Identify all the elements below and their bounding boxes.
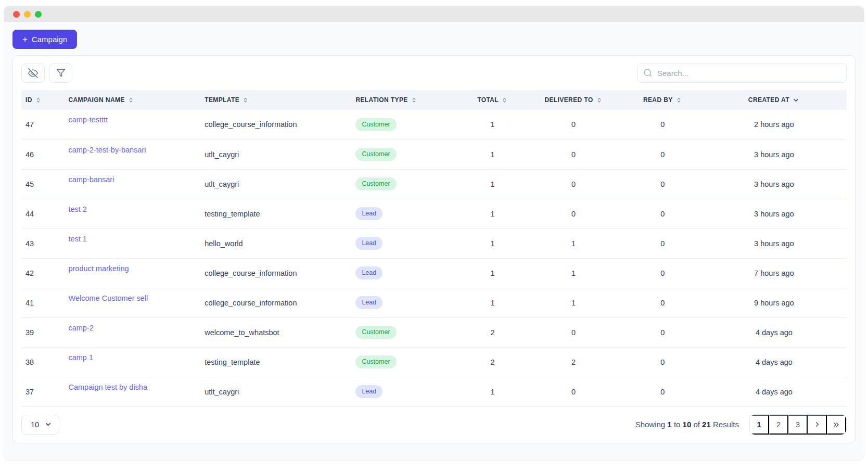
relation-type-badge: Customer [355, 355, 396, 368]
campaign-name-link[interactable]: camp 1 [68, 353, 93, 362]
table-row: 38camp 1testing_templateCustomer2204 day… [21, 347, 847, 377]
cell-read: 0 [624, 377, 701, 406]
campaigns-table: IDCAMPAIGN NAMETEMPLATERELATION TYPETOTA… [21, 90, 847, 407]
page-size-select[interactable]: 10 [21, 415, 59, 435]
next-page-button[interactable] [808, 415, 827, 435]
column-label: RELATION TYPE [355, 96, 407, 104]
cell-created: 3 hours ago [701, 199, 847, 228]
table-row: 37Campaign test by dishautlt_caygriLead1… [21, 377, 847, 406]
campaign-name-link[interactable]: product marketing [68, 264, 129, 273]
sort-toggle-icon [675, 97, 682, 104]
last-page-button[interactable] [827, 415, 846, 435]
cell-read: 0 [624, 169, 701, 199]
campaign-name-link[interactable]: camp-2 [68, 324, 93, 332]
cell-delivered: 0 [523, 317, 623, 347]
showing-from: 1 [667, 420, 671, 429]
relation-type-badge: Lead [355, 266, 382, 279]
column-header-template[interactable]: TEMPLATE [200, 90, 351, 110]
cell-campaign-name: Welcome Customer sell [64, 288, 200, 317]
traffic-light-close[interactable] [13, 11, 20, 18]
traffic-light-minimize[interactable] [24, 11, 31, 18]
showing-total: 21 [702, 420, 711, 429]
cell-total: 1 [462, 288, 523, 317]
results-summary: Showing 1 to 10 of 21 Results [635, 420, 739, 429]
cell-read: 0 [624, 199, 701, 228]
cell-relation-type: Lead [351, 258, 462, 288]
cell-relation-type: Lead [351, 199, 462, 228]
cell-total: 2 [462, 317, 523, 347]
column-header-name[interactable]: CAMPAIGN NAME [64, 90, 200, 110]
cell-id: 45 [21, 169, 64, 199]
app-window: + Campaign [4, 6, 864, 460]
column-header-id[interactable]: ID [21, 90, 64, 110]
add-campaign-button[interactable]: + Campaign [12, 30, 77, 49]
campaign-name-link[interactable]: Welcome Customer sell [68, 294, 148, 302]
cell-campaign-name: camp-2-test-by-bansari [64, 139, 200, 169]
toggle-columns-button[interactable] [21, 63, 45, 83]
table-header-row: IDCAMPAIGN NAMETEMPLATERELATION TYPETOTA… [21, 90, 847, 110]
cell-campaign-name: Campaign test by disha [64, 377, 200, 406]
cell-campaign-name: camp-bansari [64, 169, 200, 199]
cell-id: 42 [21, 258, 64, 288]
traffic-light-zoom[interactable] [35, 11, 42, 18]
column-header-relation[interactable]: RELATION TYPE [351, 90, 462, 110]
cell-template: utlt_caygri [200, 169, 351, 199]
campaign-name-link[interactable]: test 1 [68, 235, 86, 243]
cell-relation-type: Lead [351, 288, 462, 317]
filter-button[interactable] [49, 63, 72, 83]
relation-type-badge: Customer [355, 177, 396, 190]
column-header-created[interactable]: CREATED AT [701, 90, 847, 110]
table-row: 39camp-2welcome_to_whatsbotCustomer2004 … [21, 317, 847, 347]
cell-template: testing_template [200, 199, 351, 228]
column-header-delivered[interactable]: DELIVERED TO [523, 90, 623, 110]
relation-type-badge: Customer [355, 326, 396, 339]
table-toolbar [13, 56, 855, 90]
cell-template: utlt_caygri [200, 139, 351, 169]
column-label: TOTAL [477, 96, 499, 104]
cell-created: 3 hours ago [701, 228, 847, 258]
cell-total: 1 [462, 377, 523, 406]
page-button-3[interactable]: 3 [788, 415, 808, 435]
column-label: DELIVERED TO [544, 96, 593, 104]
page-button-1[interactable]: 1 [750, 415, 769, 435]
cell-id: 38 [21, 347, 64, 377]
cell-id: 44 [21, 199, 64, 228]
campaign-name-link[interactable]: test 2 [68, 205, 86, 213]
cell-total: 1 [462, 228, 523, 258]
cell-relation-type: Customer [351, 347, 462, 377]
relation-type-badge: Lead [355, 385, 382, 398]
cell-created: 7 hours ago [701, 258, 847, 288]
table-row: 45camp-bansariutlt_caygriCustomer1003 ho… [21, 169, 847, 199]
page-button-2[interactable]: 2 [769, 415, 788, 435]
cell-campaign-name: product marketing [64, 258, 200, 288]
search-input[interactable] [637, 63, 847, 83]
table-row: 43test 1hello_worldLead1103 hours ago [21, 228, 847, 258]
cell-created: 9 hours ago [701, 288, 847, 317]
cell-read: 0 [624, 228, 701, 258]
add-campaign-label: Campaign [32, 35, 67, 44]
campaign-name-link[interactable]: camp-2-test-by-bansari [68, 146, 146, 154]
column-label: CREATED AT [748, 96, 789, 104]
chevrons-right-icon [832, 420, 840, 429]
campaign-name-link[interactable]: camp-bansari [68, 175, 114, 184]
cell-campaign-name: test 1 [64, 228, 200, 258]
cell-read: 0 [624, 110, 701, 139]
table-row: 41Welcome Customer sellcollege_course_in… [21, 288, 847, 317]
cell-campaign-name: test 2 [64, 199, 200, 228]
cell-total: 1 [462, 169, 523, 199]
cell-total: 1 [462, 199, 523, 228]
cell-template: hello_world [200, 228, 351, 258]
cell-campaign-name: camp 1 [64, 347, 200, 377]
cell-created: 2 hours ago [701, 110, 847, 139]
cell-delivered: 0 [523, 199, 623, 228]
chevron-down-icon [44, 420, 52, 428]
cell-created: 4 days ago [701, 317, 847, 347]
campaign-name-link[interactable]: Campaign test by disha [68, 383, 147, 391]
column-header-total[interactable]: TOTAL [462, 90, 523, 110]
campaign-name-link[interactable]: camp-testttt [68, 116, 108, 124]
eye-off-icon [28, 68, 38, 78]
cell-relation-type: Lead [351, 228, 462, 258]
column-header-read[interactable]: READ BY [624, 90, 701, 110]
relation-type-badge: Lead [355, 296, 382, 309]
cell-created: 3 hours ago [701, 169, 847, 199]
